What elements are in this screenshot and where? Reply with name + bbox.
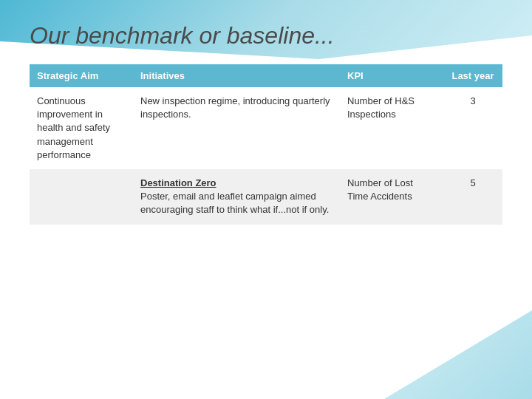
table-row: Destination Zero Poster, email and leafl… <box>30 169 502 225</box>
header-initiatives: Initiatives <box>133 64 340 87</box>
page-title: Our benchmark or baseline... <box>30 22 502 50</box>
table-header-row: Strategic Aim Initiatives KPI Last year <box>30 64 502 87</box>
cell-strategic-aim-1: Continuous improvement in health and saf… <box>30 87 133 169</box>
header-strategic-aim: Strategic Aim <box>30 64 133 87</box>
cell-strategic-aim-2 <box>30 169 133 225</box>
header-last-year: Last year <box>443 64 502 87</box>
benchmark-table: Strategic Aim Initiatives KPI Last year … <box>30 64 502 225</box>
initiatives-heading: Destination Zero <box>140 177 216 188</box>
cell-initiatives-1: New inspection regime, introducing quart… <box>133 87 340 169</box>
initiatives-body: Poster, email and leaflet campaign aimed… <box>140 191 329 215</box>
header-kpi: KPI <box>340 64 443 87</box>
table-row: Continuous improvement in health and saf… <box>30 87 502 169</box>
cell-initiatives-2: Destination Zero Poster, email and leafl… <box>133 169 340 225</box>
cell-last-year-2: 5 <box>443 169 502 225</box>
cell-last-year-1: 3 <box>443 87 502 169</box>
cell-kpi-1: Number of H&S Inspections <box>340 87 443 169</box>
cell-kpi-2: Number of Lost Time Accidents <box>340 169 443 225</box>
bg-decoration-bottom <box>384 310 532 399</box>
